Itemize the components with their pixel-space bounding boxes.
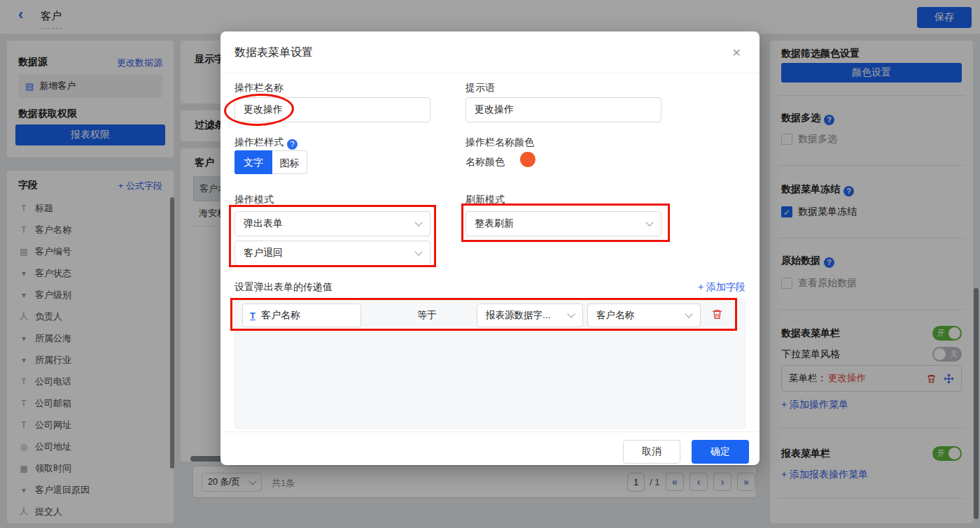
modal-footer-divider [220,431,760,432]
delete-row-icon[interactable] [711,308,723,320]
tooltip-label: 提示语 [465,82,495,94]
name-color-label: 名称颜色 [465,156,505,169]
transfer-source-select[interactable]: 报表源数据字... [477,304,583,327]
name-color-swatch[interactable] [520,152,536,167]
transfer-field-input[interactable] [261,310,345,321]
mode-select[interactable]: 弹出表单 [234,211,430,236]
tab-icon[interactable]: 图标 [272,150,307,174]
chevron-down-icon [567,310,575,317]
add-field-link[interactable]: + 添加字段 [698,281,746,294]
mode-action-select[interactable]: 客户退回 [234,241,430,266]
transfer-operator: 等于 [417,309,437,322]
action-name-input[interactable] [234,97,430,122]
text-field-icon: T [250,311,255,321]
tab-text[interactable]: 文字 [234,150,272,174]
refresh-select-value: 整表刷新 [475,217,514,230]
color-section-label: 操作栏名称颜色 [465,136,534,149]
mode-action-select-value: 客户退回 [244,247,283,259]
transfer-value-select[interactable]: 客户名称 [587,304,701,327]
modal-title: 数据表菜单设置 [234,45,313,60]
chevron-down-icon [685,310,692,317]
transfer-field-input-wrap: T [242,304,361,327]
refresh-select[interactable]: 整表刷新 [465,211,662,236]
chevron-down-icon [414,218,422,226]
tooltip-input[interactable] [465,97,662,122]
style-label: 操作栏样式? [234,136,298,150]
transfer-source-value: 报表源数据字... [486,309,550,322]
refresh-label: 刷新模式 [465,194,505,206]
transfer-values-panel: T 等于 报表源数据字... 客户名称 [234,299,746,429]
mode-label: 操作模式 [234,194,274,206]
ok-button[interactable]: 确定 [692,440,749,464]
cancel-button[interactable]: 取消 [623,440,680,464]
chevron-down-icon [645,218,653,226]
table-menu-settings-modal: 数据表菜单设置 ✕ 操作栏名称 提示语 操作栏样式? 操作栏名称颜色 文字 图标… [220,31,760,465]
page-scrollbar[interactable] [974,288,979,519]
action-name-label: 操作栏名称 [234,82,284,94]
close-icon[interactable]: ✕ [732,46,741,59]
mode-select-value: 弹出表单 [244,217,283,230]
help-icon[interactable]: ? [287,139,298,150]
chevron-down-icon [414,248,422,255]
transfer-label: 设置弹出表单的传递值 [234,281,332,294]
transfer-value-value: 客户名称 [596,309,634,322]
modal-header-divider [220,73,760,73]
